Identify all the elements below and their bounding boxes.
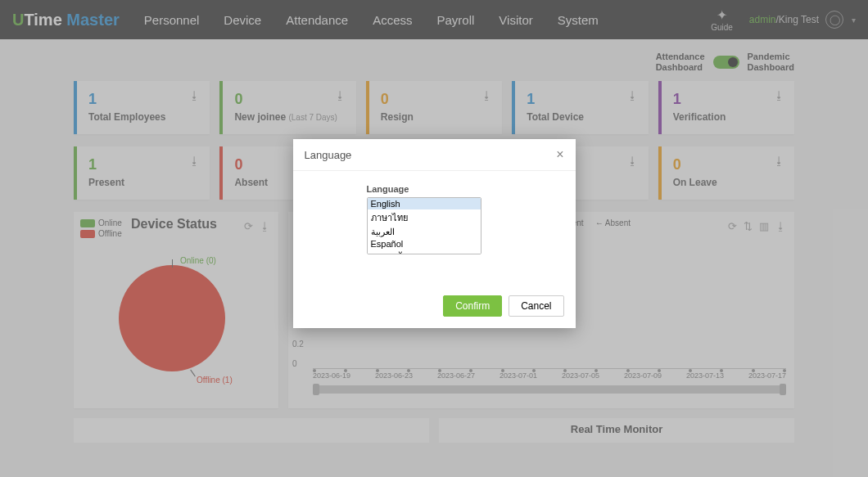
cancel-button[interactable]: Cancel bbox=[509, 295, 563, 317]
modal-overlay: Language × Language English ภาษาไทย العر… bbox=[0, 0, 868, 477]
modal-body: Language English ภาษาไทย العربية Español… bbox=[293, 171, 576, 287]
language-option[interactable]: English bbox=[368, 198, 481, 209]
language-option[interactable]: русский язык bbox=[368, 250, 481, 254]
modal-footer: Confirm Cancel bbox=[293, 287, 576, 328]
modal-title: Language bbox=[305, 149, 352, 161]
language-option[interactable]: ภาษาไทย bbox=[368, 209, 481, 226]
language-select[interactable]: English ภาษาไทย العربية Español русский … bbox=[367, 197, 481, 254]
modal-header: Language × bbox=[293, 139, 576, 171]
language-option[interactable]: Español bbox=[368, 238, 481, 250]
close-icon[interactable]: × bbox=[556, 147, 563, 162]
language-field-label: Language bbox=[367, 184, 551, 194]
language-option[interactable]: العربية bbox=[368, 226, 481, 238]
language-modal: Language × Language English ภาษาไทย العر… bbox=[293, 139, 576, 328]
confirm-button[interactable]: Confirm bbox=[443, 295, 502, 317]
